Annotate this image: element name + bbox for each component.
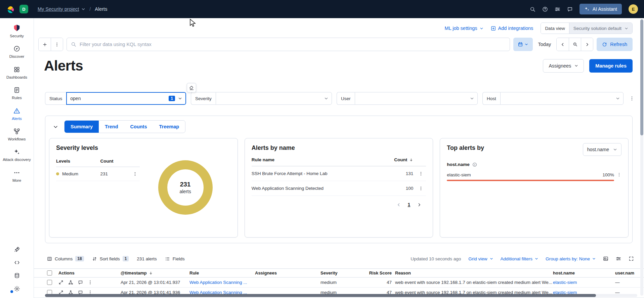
refresh-label: Refresh (610, 42, 627, 47)
add-filter-button[interactable] (39, 38, 51, 51)
sort-fields-button[interactable]: Sort fields 1 (92, 256, 129, 261)
rule-link[interactable]: Web Application Scanning ... (189, 280, 252, 285)
refresh-button[interactable]: Refresh (597, 38, 633, 51)
tab-counts[interactable]: Counts (124, 121, 153, 133)
column-header-reason[interactable]: Reason (395, 270, 553, 275)
select-all-checkbox[interactable] (47, 270, 52, 275)
tab-trend[interactable]: Trend (99, 121, 124, 133)
info-icon[interactable] (472, 162, 477, 167)
column-header-actions[interactable]: Actions (58, 270, 121, 275)
chevron-down-icon (616, 96, 620, 100)
elastic-logo-icon[interactable] (6, 5, 15, 13)
code-icon[interactable] (14, 259, 20, 266)
sidebar-item-label: Workflows (8, 137, 26, 141)
help-icon[interactable] (542, 6, 548, 12)
filter-options-button[interactable] (629, 96, 635, 101)
data-view-selector[interactable]: Security solution default (569, 23, 632, 34)
top-alerts-field-selector[interactable]: host.name (583, 143, 621, 156)
severity-levels-title: Severity levels (56, 144, 231, 152)
column-header-risk-score[interactable]: Risk Score (368, 270, 395, 275)
settings-sliders-icon[interactable] (555, 6, 560, 12)
sidebar-item-alerts[interactable]: Alerts (1, 105, 33, 123)
filter-host-select[interactable] (500, 92, 624, 105)
filter-user-select[interactable] (355, 92, 478, 105)
project-badge[interactable]: D (19, 5, 28, 13)
stack-icon[interactable] (14, 272, 20, 279)
assignees-button[interactable]: Assignees (543, 59, 584, 73)
row-actions-menu-button[interactable] (130, 172, 140, 176)
ai-assistant-button[interactable]: AI Assistant (579, 4, 622, 14)
date-range-value[interactable]: Today (536, 42, 553, 47)
severity-count-cell: 231 (100, 171, 130, 176)
breadcrumb-project-link[interactable]: My Security project (38, 6, 85, 12)
additional-filters-button[interactable]: Additional filters (501, 256, 538, 261)
column-header-severity[interactable]: Severity (320, 270, 368, 275)
filter-status-select[interactable]: open 1 (66, 92, 186, 105)
group-alerts-button[interactable]: Group alerts by: None (546, 256, 596, 261)
chevron-down-icon (625, 27, 628, 30)
alerts-by-name-card: Alerts by name Rule name Count SSH Brute… (245, 138, 433, 238)
column-header-assignees[interactable]: Assignees (255, 270, 320, 275)
feedback-icon[interactable] (567, 6, 573, 12)
chevron-down-icon (525, 43, 528, 46)
query-options-button[interactable] (51, 38, 63, 51)
display-options-icon[interactable] (616, 256, 621, 261)
current-page-number[interactable]: 1 (408, 202, 411, 207)
collapse-charts-button[interactable] (53, 124, 58, 129)
time-next-button[interactable] (581, 38, 593, 51)
gear-icon[interactable] (14, 286, 20, 292)
fields-button[interactable]: Fields (165, 256, 185, 261)
horizontal-scrollbar-thumb[interactable] (45, 294, 596, 297)
row-actions-menu-button[interactable] (416, 186, 426, 191)
fullscreen-icon[interactable] (629, 256, 634, 261)
grid-view-button[interactable]: Grid view (468, 256, 493, 261)
chevron-left-icon (561, 42, 565, 47)
sidebar-item-workflows[interactable]: Workflows (1, 126, 33, 143)
sidebar-item-dashboards[interactable]: Dashboards (1, 64, 33, 82)
ml-job-settings-link[interactable]: ML job settings (445, 26, 483, 31)
clear-filter-button[interactable] (187, 83, 196, 92)
horizontal-scrollbar[interactable] (45, 294, 637, 297)
comment-icon[interactable] (78, 280, 83, 285)
column-header-count[interactable]: Count (392, 157, 416, 162)
date-quick-select-button[interactable] (513, 38, 533, 51)
next-page-button[interactable] (417, 203, 421, 207)
data-view-label: Data view (541, 23, 569, 34)
column-header-host-name[interactable]: host.name (553, 270, 615, 275)
tab-summary[interactable]: Summary (65, 121, 99, 133)
tab-treemap[interactable]: Treemap (153, 121, 185, 133)
vertical-scrollbar[interactable] (640, 19, 643, 296)
expand-alert-icon[interactable] (58, 280, 63, 285)
row-more-actions-icon[interactable] (88, 280, 93, 285)
filter-severity-select[interactable] (216, 92, 332, 105)
previous-page-button[interactable] (397, 203, 401, 207)
chevron-down-icon (470, 96, 474, 100)
zoom-out-time-button[interactable] (569, 38, 581, 51)
host-link[interactable]: elastic-siem (553, 280, 612, 285)
column-header-rule[interactable]: Rule (189, 270, 255, 275)
column-header-user-name[interactable]: user.nam (615, 270, 644, 275)
sidebar-item-more[interactable]: More (1, 167, 33, 185)
manage-rules-button[interactable]: Manage rules (589, 59, 633, 73)
columns-button[interactable]: Columns 18 (47, 256, 84, 261)
alert-count-label: 231 alerts (137, 256, 157, 261)
search-icon[interactable] (530, 6, 535, 12)
analyzer-icon[interactable] (68, 280, 73, 285)
sidebar-item-security[interactable]: Security (1, 22, 33, 40)
user-avatar[interactable]: E (629, 4, 638, 14)
snapshot-icon[interactable] (603, 256, 608, 261)
vertical-scrollbar-thumb[interactable] (640, 19, 643, 135)
kql-search-input[interactable] (80, 42, 506, 47)
column-header-timestamp[interactable]: @timestamp (121, 270, 189, 275)
sidebar-item-discover[interactable]: Discover (1, 43, 33, 61)
rocket-icon[interactable] (14, 246, 20, 253)
add-integrations-link[interactable]: Add integrations (491, 26, 533, 31)
chevron-down-icon (490, 257, 493, 260)
dashboards-grid-icon (13, 66, 20, 73)
row-actions-menu-button[interactable] (416, 171, 426, 176)
sidebar-item-attack-discovery[interactable]: Attack discovery (1, 146, 33, 164)
time-previous-button[interactable] (557, 38, 569, 51)
sidebar-item-rules[interactable]: Rules (1, 85, 33, 102)
row-checkbox[interactable] (47, 280, 52, 285)
row-actions-menu-button[interactable] (617, 172, 621, 177)
